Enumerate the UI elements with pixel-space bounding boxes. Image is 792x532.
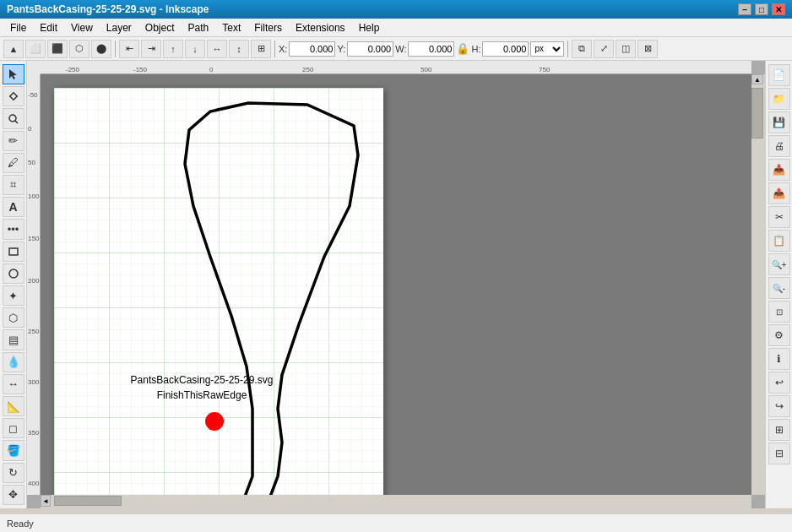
undo-btn[interactable]: ↩ [768, 372, 790, 394]
ruler-mark: 500 [420, 66, 431, 73]
menu-item-object[interactable]: Object [138, 20, 182, 35]
document-page: PantsBackCasing-25-25-29.svg FinishThisR… [54, 88, 383, 495]
move-tool[interactable]: ✥ [3, 485, 24, 505]
align-btn-2[interactable]: ⇥ [141, 40, 161, 58]
transform-btn-3[interactable]: ◫ [616, 40, 636, 58]
title-bar: PantsBackCasing-25-25-29.svg - Inkscape … [0, 0, 792, 19]
calligraph-tool[interactable]: ⌗ [3, 175, 24, 195]
w-input[interactable] [408, 41, 454, 57]
measure-tool[interactable]: 📐 [3, 396, 24, 416]
align-btn-5[interactable]: ↔ [207, 40, 227, 58]
print-btn[interactable]: 🖨 [768, 135, 790, 157]
spray-tool[interactable]: ••• [3, 219, 24, 239]
svg-line-3 [15, 121, 18, 123]
fill-tool[interactable]: 🪣 [3, 440, 24, 460]
group-btn[interactable]: ⊞ [251, 40, 271, 58]
svg-point-2 [9, 115, 16, 122]
align-btn-6[interactable]: ↕ [229, 40, 249, 58]
ruler-v-mark: 50 [28, 159, 35, 166]
h-input[interactable] [482, 41, 529, 57]
ruler-mark: 0 [209, 66, 213, 73]
transform-btn-4[interactable]: ⊠ [637, 40, 658, 58]
zoom-tool[interactable] [3, 108, 24, 128]
info-btn[interactable]: ℹ [768, 348, 790, 370]
select-tool[interactable] [3, 64, 24, 84]
x-input[interactable] [289, 41, 335, 57]
svg-marker-0 [9, 69, 17, 79]
menu-item-text[interactable]: Text [215, 20, 247, 35]
rect-tool[interactable] [3, 242, 24, 262]
zoom-in-btn[interactable]: 🔍+ [768, 253, 790, 275]
scroll-thumb-v[interactable] [751, 88, 763, 138]
dropper-tool[interactable]: 💧 [3, 352, 24, 372]
box3d-tool[interactable]: ⬡ [3, 307, 24, 328]
eraser-tool[interactable]: ◻ [3, 418, 24, 438]
align-btn-4[interactable]: ↓ [185, 40, 205, 58]
node-tool[interactable] [3, 86, 24, 106]
status-bar: Ready [0, 513, 792, 532]
minimize-button[interactable]: – [738, 3, 751, 15]
pattern-outline [138, 103, 358, 495]
menu-item-file[interactable]: File [3, 20, 33, 35]
svg-rect-4 [9, 248, 18, 255]
cut-btn[interactable]: ✂ [768, 206, 790, 228]
ruler-v-mark: 150 [28, 235, 39, 242]
new-doc-btn[interactable]: 📄 [768, 64, 790, 86]
menu-item-path[interactable]: Path [182, 20, 216, 35]
align-btn-1[interactable]: ⇤ [119, 40, 139, 58]
text-tool[interactable]: A [3, 197, 24, 217]
center-marker [205, 412, 224, 431]
group-btn[interactable]: ⊞ [768, 419, 790, 441]
ruler-v-mark: 300 [28, 378, 39, 386]
ungroup-btn[interactable]: ⊟ [768, 442, 790, 464]
canvas-wrapper: PantsBackCasing-25-25-29.svg FinishThisR… [41, 74, 751, 495]
transform-btn-1[interactable]: ⧉ [572, 40, 592, 58]
scroll-left-btn[interactable]: ◄ [41, 495, 51, 507]
redo-btn[interactable]: ↪ [768, 395, 790, 417]
ruler-mark: -250 [66, 66, 79, 73]
star-tool[interactable]: ✦ [3, 285, 24, 306]
zoom-out-btn[interactable]: 🔍- [768, 277, 790, 299]
copy-btn[interactable]: 📋 [768, 230, 790, 252]
transform-btn-2[interactable]: ⤢ [594, 40, 614, 58]
menu-item-layer[interactable]: Layer [100, 20, 138, 35]
align-btn-3[interactable]: ↑ [163, 40, 183, 58]
status-text: Ready [7, 518, 34, 529]
ruler-top: -250 -150 0 250 500 750 [41, 61, 751, 74]
circle-tool[interactable] [3, 263, 24, 284]
settings-btn[interactable]: ⚙ [768, 324, 790, 346]
select-tool-btn[interactable]: ▲ [3, 40, 24, 58]
pen-tool[interactable]: 🖊 [3, 153, 24, 173]
rotate-tool[interactable]: ↻ [3, 463, 24, 483]
lock-icon: 🔒 [456, 42, 469, 55]
menu-item-filters[interactable]: Filters [247, 20, 289, 35]
gradient-tool[interactable]: ▤ [3, 329, 24, 350]
pencil-tool[interactable]: ✏ [3, 131, 24, 151]
save-btn[interactable]: 💾 [768, 111, 790, 133]
snap-btn-2[interactable]: ⬛ [47, 40, 68, 58]
scroll-thumb-h[interactable] [54, 496, 122, 506]
snap-btn-3[interactable]: ⬡ [69, 40, 90, 58]
menu-item-help[interactable]: Help [352, 20, 387, 35]
import-btn[interactable]: 📥 [768, 159, 790, 181]
unit-select[interactable]: px mm in [530, 41, 564, 57]
svg-rect-1 [9, 93, 16, 100]
export-btn[interactable]: 📤 [768, 182, 790, 204]
canvas-area[interactable]: -250 -150 0 250 500 750 -50 0 50 100 150… [27, 61, 765, 508]
snap-btn-4[interactable]: ⬤ [91, 40, 111, 58]
scroll-up-btn[interactable]: ▲ [751, 74, 763, 84]
open-btn[interactable]: 📁 [768, 88, 790, 110]
ruler-v-mark: -50 [28, 91, 38, 99]
menu-item-extensions[interactable]: Extensions [289, 20, 352, 35]
scrollbar-horizontal[interactable]: ◄ [41, 495, 751, 508]
close-button[interactable]: ✕ [772, 3, 785, 15]
menu-item-edit[interactable]: Edit [33, 20, 64, 35]
app-title: PantsBackCasing-25-25-29.svg - Inkscape [7, 3, 209, 15]
zoom-fit-btn[interactable]: ⊡ [768, 301, 790, 323]
connector-tool[interactable]: ↔ [3, 374, 24, 394]
menu-item-view[interactable]: View [64, 20, 100, 35]
maximize-button[interactable]: □ [755, 3, 768, 15]
scrollbar-vertical[interactable]: ▲ [751, 74, 765, 495]
y-input[interactable] [347, 41, 393, 57]
snap-btn-1[interactable]: ⬜ [25, 40, 46, 58]
